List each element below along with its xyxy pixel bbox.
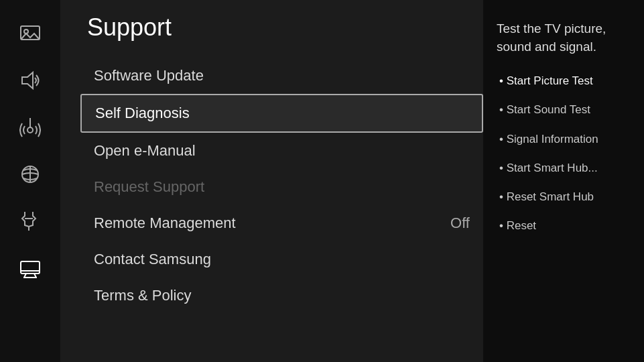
- menu-item-value: Off: [450, 215, 470, 232]
- menu-item-label: Remote Management: [94, 215, 236, 232]
- menu-item-terms-policy[interactable]: Terms & Policy: [80, 278, 483, 314]
- sidebar-item-sound[interactable]: [7, 60, 54, 101]
- right-panel: Test the TV picture, sound and signal. •…: [483, 0, 644, 362]
- menu-item-label: Self Diagnosis: [95, 105, 190, 122]
- menu-item-remote-management[interactable]: Remote ManagementOff: [80, 205, 483, 241]
- sidebar-item-picture[interactable]: [7, 13, 54, 54]
- menu-item-contact-samsung[interactable]: Contact Samsung: [80, 241, 483, 278]
- panel-item-start-smart-hub[interactable]: • Start Smart Hub...: [497, 159, 631, 177]
- menu-item-label: Terms & Policy: [94, 287, 191, 304]
- panel-item-start-sound-test[interactable]: • Start Sound Test: [497, 101, 631, 119]
- sidebar-item-network[interactable]: [7, 154, 54, 194]
- menu-list: Software UpdateSelf DiagnosisOpen e-Manu…: [80, 58, 483, 349]
- menu-item-software-update[interactable]: Software Update: [80, 58, 483, 94]
- page-title: Support: [80, 13, 483, 42]
- panel-item-reset[interactable]: • Reset: [497, 217, 631, 235]
- menu-item-request-support: Request Support: [80, 169, 483, 205]
- panel-item-signal-information[interactable]: • Signal Information: [497, 130, 631, 148]
- sidebar: [0, 0, 60, 362]
- svg-point-3: [27, 127, 33, 133]
- sidebar-item-broadcast[interactable]: [7, 107, 54, 147]
- panel-item-start-picture-test[interactable]: • Start Picture Test: [497, 72, 631, 90]
- menu-item-label: Open e-Manual: [94, 142, 196, 160]
- menu-item-self-diagnosis[interactable]: Self Diagnosis: [80, 94, 483, 133]
- panel-item-reset-smart-hub[interactable]: • Reset Smart Hub: [497, 188, 631, 206]
- sidebar-item-tools[interactable]: [7, 201, 54, 241]
- menu-item-label: Contact Samsung: [94, 251, 211, 268]
- menu-item-label: Software Update: [94, 67, 204, 84]
- svg-rect-9: [21, 261, 40, 274]
- main-content: Support Software UpdateSelf DiagnosisOpe…: [60, 0, 483, 362]
- menu-item-open-emanual[interactable]: Open e-Manual: [80, 133, 483, 169]
- menu-item-label: Request Support: [94, 178, 204, 196]
- panel-description: Test the TV picture, sound and signal.: [497, 20, 631, 56]
- sidebar-item-support[interactable]: [7, 248, 54, 288]
- svg-marker-2: [22, 72, 33, 88]
